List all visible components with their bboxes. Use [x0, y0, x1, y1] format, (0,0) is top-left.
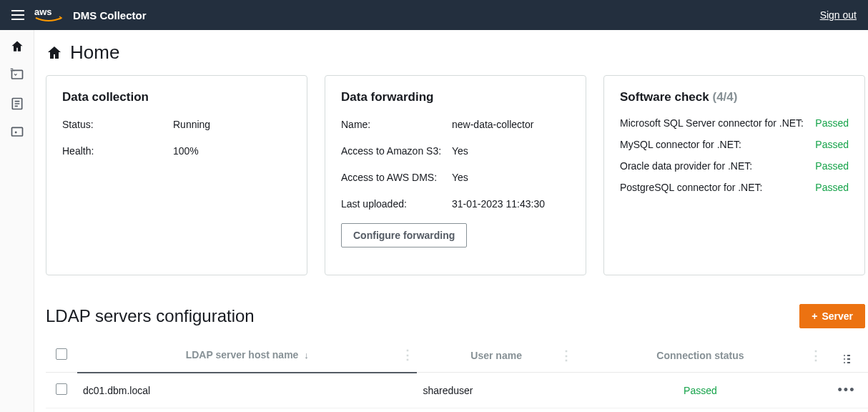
dms-access-label: Access to AWS DMS:: [341, 170, 452, 185]
top-bar: aws DMS Collector Sign out: [0, 0, 868, 30]
columns-settings-icon[interactable]: [844, 355, 850, 363]
software-status: Passed: [815, 160, 849, 172]
software-check-row: MySQL connector for .NET:Passed: [620, 139, 849, 150]
card-title: Data forwarding: [341, 90, 570, 104]
s3-access-value: Yes: [452, 144, 570, 159]
column-divider-icon: ⋮: [560, 348, 573, 363]
software-check-count: (4/4): [712, 90, 737, 104]
status-label: Status:: [62, 117, 173, 132]
software-status: Passed: [815, 117, 849, 129]
ldap-section-header: LDAP servers configuration +Server: [46, 304, 865, 328]
select-all-checkbox[interactable]: [56, 348, 67, 360]
dms-access-value: Yes: [452, 170, 570, 185]
home-page-icon: [46, 44, 63, 62]
sidebar: [0, 30, 34, 412]
aws-logo-icon: aws: [34, 6, 63, 24]
cell-host: dc01.dbm.local: [77, 373, 417, 408]
ldap-table: LDAP server host name ↓ ⋮ User name ⋮ Co…: [46, 338, 868, 408]
cell-status: Passed: [576, 373, 825, 408]
health-icon[interactable]: [9, 124, 25, 140]
data-collection-card: Data collection Status: Running Health: …: [46, 75, 307, 275]
top-bar-left: aws DMS Collector: [11, 6, 147, 24]
sign-out-link[interactable]: Sign out: [820, 9, 857, 21]
software-status: Passed: [815, 139, 849, 150]
column-status[interactable]: Connection status ⋮: [576, 338, 825, 373]
software-status: Passed: [815, 182, 849, 193]
software-check-title-text: Software check: [620, 90, 709, 104]
column-host[interactable]: LDAP server host name ↓ ⋮: [77, 338, 417, 373]
data-forwarding-card: Data forwarding Name: new-data-collector…: [325, 75, 586, 275]
health-value: 100%: [173, 144, 291, 159]
add-server-label: Server: [822, 310, 853, 322]
home-icon[interactable]: [9, 39, 25, 54]
hamburger-menu-icon[interactable]: [11, 10, 24, 20]
svg-rect-1: [11, 70, 22, 79]
name-value: new-data-collector: [452, 117, 570, 132]
ldap-section-title: LDAP servers configuration: [46, 306, 255, 326]
status-value: Running: [173, 117, 291, 132]
row-actions-icon[interactable]: •••: [838, 383, 856, 397]
health-label: Health:: [62, 144, 173, 159]
card-title: Software check (4/4): [620, 90, 849, 104]
software-name: PostgreSQL connector for .NET:: [620, 182, 815, 193]
column-divider-icon: ⋮: [401, 347, 414, 363]
column-user[interactable]: User name ⋮: [417, 338, 575, 373]
software-check-row: Oracle data provider for .NET:Passed: [620, 160, 849, 172]
plus-icon: +: [812, 310, 817, 322]
name-label: Name:: [341, 117, 452, 132]
software-check-row: PostgreSQL connector for .NET:Passed: [620, 182, 849, 193]
column-divider-icon: ⋮: [809, 348, 822, 363]
add-server-button[interactable]: +Server: [799, 304, 865, 328]
software-name: Microsoft SQL Server connector for .NET:: [620, 117, 815, 129]
cell-user: shareduser: [417, 373, 575, 408]
page-title-row: Home: [43, 41, 868, 64]
configure-forwarding-button[interactable]: Configure forwarding: [341, 223, 467, 247]
page-title: Home: [70, 41, 119, 64]
last-uploaded-value: 31-01-2023 11:43:30: [452, 197, 570, 212]
software-check-row: Microsoft SQL Server connector for .NET:…: [620, 117, 849, 129]
s3-access-label: Access to Amazon S3:: [341, 144, 452, 159]
card-title: Data collection: [62, 90, 291, 104]
aws-logo: aws: [34, 6, 63, 24]
last-uploaded-label: Last uploaded:: [341, 197, 452, 212]
software-name: Oracle data provider for .NET:: [620, 160, 815, 172]
monitored-objects-icon[interactable]: [9, 67, 25, 83]
software-check-card: Software check (4/4) Microsoft SQL Serve…: [603, 75, 865, 275]
row-checkbox[interactable]: [56, 383, 67, 395]
svg-text:aws: aws: [34, 6, 52, 17]
app-title: DMS Collector: [73, 9, 147, 21]
sort-arrow-down-icon: ↓: [304, 350, 309, 360]
table-row: dc01.dbm.localshareduserPassed•••: [46, 373, 868, 408]
column-user-label: User name: [470, 350, 522, 361]
software-name: MySQL connector for .NET:: [620, 139, 815, 150]
svg-rect-3: [11, 127, 22, 136]
cards-row: Data collection Status: Running Health: …: [43, 75, 868, 275]
column-status-label: Connection status: [656, 350, 744, 361]
discovery-icon[interactable]: [9, 96, 25, 112]
main-content: Home Data collection Status: Running Hea…: [34, 30, 868, 412]
column-host-label: LDAP server host name: [186, 349, 299, 360]
